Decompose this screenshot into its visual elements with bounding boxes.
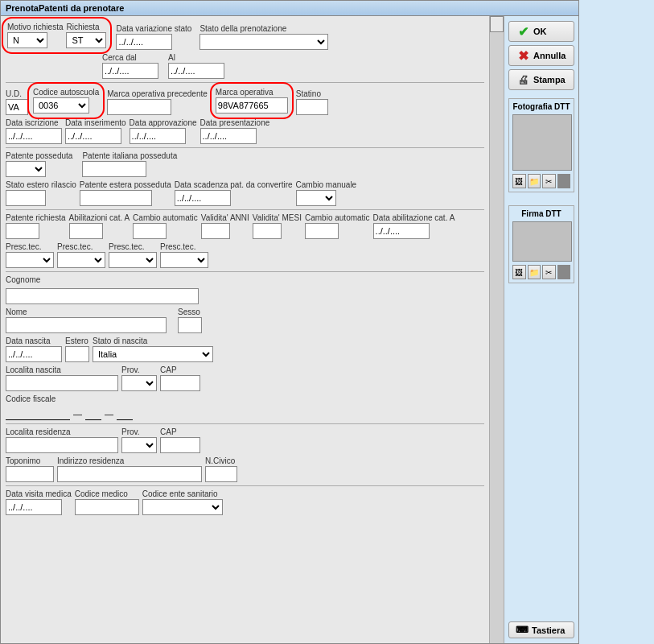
ok-icon: ✔ — [516, 24, 530, 39]
prov-nascita-select[interactable] — [121, 375, 157, 391]
n-civico-label: N.Civico — [205, 456, 237, 465]
foto-dtt-box — [512, 114, 572, 171]
scrollbar[interactable] — [489, 16, 504, 643]
patente-posseduta-select[interactable] — [6, 161, 46, 177]
data-iscrizione-label: Data iscrizione — [6, 118, 62, 127]
foto-dtt-btn-1[interactable]: 🖼 — [512, 174, 526, 188]
patente-estera-posseduta-input[interactable] — [80, 190, 152, 206]
motivo-richiesta-select[interactable]: N A — [7, 32, 47, 48]
annulla-button[interactable]: ✖ Annulla — [508, 45, 574, 66]
cerca-dal-input[interactable] — [102, 63, 158, 79]
presc-tec-3-select[interactable] — [109, 252, 157, 268]
estero-input[interactable] — [65, 346, 89, 362]
codice-autoscuola-select[interactable]: 0036 — [33, 97, 89, 114]
tastiera-button[interactable]: ⌨ Tastiera — [508, 621, 574, 638]
richiesta-select[interactable]: ST RN — [66, 32, 106, 48]
stato-prenotazione-select[interactable] — [199, 34, 328, 50]
annulla-label: Annulla — [533, 51, 566, 60]
firma-dtt-btn-4[interactable] — [557, 265, 571, 279]
firma-dtt-btn-3[interactable]: ✂ — [542, 265, 556, 279]
data-scadenza-pat-input[interactable] — [175, 190, 231, 206]
data-variazione-stato-label: Data variazione stato — [116, 24, 191, 33]
cap-residenza-input[interactable] — [160, 437, 200, 453]
marca-operativa-input[interactable] — [216, 97, 288, 114]
ok-label: OK — [533, 27, 547, 36]
presc-tec-3-label: Presc.tec. — [109, 242, 157, 251]
ok-button[interactable]: ✔ OK — [508, 21, 574, 42]
al-input[interactable] — [168, 63, 224, 79]
codice-fiscale-label: Codice fiscale — [6, 394, 56, 403]
stato-estero-rilascio-input[interactable] — [6, 190, 46, 206]
nome-label: Nome — [6, 308, 167, 316]
codice-ente-sanitario-select[interactable] — [142, 499, 223, 515]
presc-tec-1-label: Presc.tec. — [6, 242, 54, 251]
codice-autoscuola-label: Codice autoscuola — [33, 88, 99, 97]
scroll-thumb[interactable] — [490, 16, 504, 32]
cf-seg-3 — [117, 407, 133, 420]
marca-operativa-label: Marca operativa — [216, 88, 288, 97]
prov-residenza-label: Prov. — [121, 427, 157, 436]
presc-tec-4-select[interactable] — [160, 252, 208, 268]
cambio-automatico-input[interactable] — [133, 223, 167, 239]
validita-anni-input[interactable] — [201, 223, 230, 239]
stato-nascita-select[interactable]: Italia — [93, 346, 213, 362]
richiesta-label: Richiesta — [66, 23, 106, 31]
abilitazioni-cat-a-input[interactable] — [69, 223, 103, 239]
data-presentazione-input[interactable] — [200, 128, 257, 144]
indirizzo-residenza-input[interactable] — [57, 466, 202, 482]
data-variazione-stato-input[interactable] — [116, 34, 172, 50]
scroll-track[interactable] — [490, 32, 504, 643]
validita-anni-label: Validita' ANNI — [201, 213, 249, 222]
stampa-label: Stampa — [533, 75, 566, 85]
cambio-automatico2-input[interactable] — [305, 223, 339, 239]
data-visita-medica-input[interactable] — [6, 499, 62, 515]
validita-mesi-input[interactable] — [253, 223, 282, 239]
stato-prenotazione-label: Stato della prenotazione — [199, 24, 328, 33]
patente-italiana-posseduta-input[interactable] — [82, 161, 146, 177]
sesso-input[interactable] — [178, 317, 202, 333]
cap-nascita-input[interactable] — [160, 375, 200, 391]
tastiera-icon: ⌨ — [516, 625, 529, 635]
data-iscrizione-input[interactable] — [6, 128, 62, 144]
data-inserimento-input[interactable] — [65, 128, 121, 144]
cap-residenza-label: CAP — [160, 427, 200, 436]
data-scadenza-pat-label: Data scadenza pat. da convertire — [175, 180, 293, 189]
nome-input[interactable] — [6, 317, 167, 333]
foto-dtt-toolbar: 🖼 📁 ✂ — [512, 174, 570, 188]
statino-input[interactable] — [296, 99, 328, 115]
foto-dtt-btn-3[interactable]: ✂ — [542, 174, 556, 188]
marca-operativa-precedente-label: Marca operativa precedente — [107, 89, 208, 98]
patente-richiesta-input[interactable] — [6, 223, 39, 239]
ud-label: U.D. — [6, 89, 28, 98]
firma-dtt-btn-1[interactable]: 🖼 — [512, 265, 526, 279]
localita-residenza-input[interactable] — [6, 437, 118, 453]
toponimo-input[interactable] — [6, 466, 54, 482]
presc-tec-4-label: Presc.tec. — [160, 242, 208, 251]
foto-dtt-btn-4[interactable] — [557, 174, 571, 188]
firma-dtt-box — [512, 221, 572, 262]
window-title: PrenotaPatenti da prenotare — [6, 3, 124, 13]
localita-nascita-label: Localita nascita — [6, 365, 118, 374]
toponimo-label: Toponimo — [6, 456, 54, 465]
stato-estero-rilascio-label: Stato estero rilascio — [6, 180, 76, 189]
presc-tec-2-select[interactable] — [57, 252, 105, 268]
stampa-button[interactable]: 🖨 Stampa — [508, 69, 574, 90]
validita-mesi-label: Validita' MESI — [253, 213, 302, 222]
marca-operativa-precedente-input[interactable] — [107, 99, 171, 115]
prov-residenza-select[interactable] — [121, 437, 157, 453]
data-approvazione-input[interactable] — [130, 128, 186, 144]
firma-dtt-btn-2[interactable]: 📁 — [528, 265, 541, 279]
ud-input[interactable] — [6, 99, 28, 115]
al-label: Al — [168, 53, 224, 62]
codice-medico-input[interactable] — [75, 499, 139, 515]
localita-nascita-input[interactable] — [6, 375, 118, 391]
data-nascita-input[interactable] — [6, 346, 62, 362]
foto-dtt-btn-2[interactable]: 📁 — [528, 174, 541, 188]
cognome-label: Cognome — [6, 275, 40, 284]
stato-nascita-label: Stato di nascita — [93, 336, 213, 345]
cognome-input[interactable] — [6, 288, 199, 304]
n-civico-input[interactable] — [205, 466, 237, 482]
presc-tec-1-select[interactable] — [6, 252, 54, 268]
data-abilitazione-cat-a-input[interactable] — [373, 223, 430, 239]
cambio-manuale-select[interactable] — [296, 190, 336, 206]
